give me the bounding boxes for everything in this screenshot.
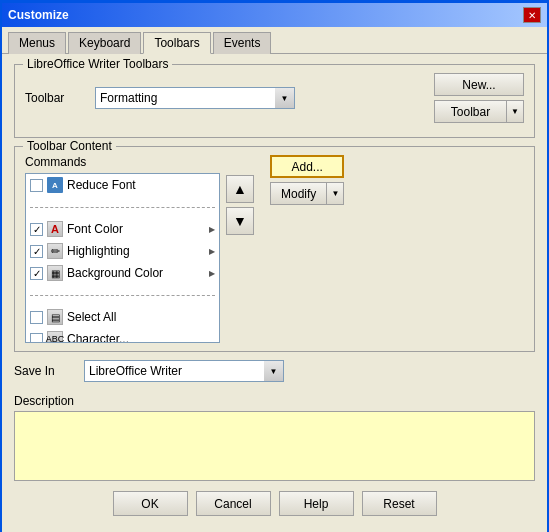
title-bar-buttons: ✕ — [523, 7, 541, 23]
move-down-button[interactable]: ▼ — [226, 207, 254, 235]
window-title: Customize — [8, 8, 69, 22]
cmd-character[interactable]: ABC Character... — [26, 328, 219, 343]
toolbar-content-label: Toolbar Content — [23, 139, 116, 153]
modify-button[interactable]: Modify — [270, 182, 326, 205]
cancel-button[interactable]: Cancel — [196, 491, 271, 516]
cmd-separator-1 — [26, 196, 219, 218]
cmd-background-color-arrow-icon: ▶ — [209, 269, 215, 278]
modify-button-group: Modify ▼ — [270, 182, 344, 205]
reset-button[interactable]: Reset — [362, 491, 437, 516]
tab-events[interactable]: Events — [213, 32, 272, 54]
toolbars-group-label: LibreOffice Writer Toolbars — [23, 57, 172, 71]
main-content: LibreOffice Writer Toolbars Toolbar Form… — [2, 54, 547, 532]
cmd-select-all-label: Select All — [67, 310, 116, 324]
cmd-background-color-check[interactable] — [30, 267, 43, 280]
toolbar-label: Toolbar — [25, 91, 95, 105]
dialog-buttons: OK Cancel Help Reset — [14, 491, 535, 526]
tab-toolbars[interactable]: Toolbars — [143, 32, 210, 54]
cmd-font-color-check[interactable] — [30, 223, 43, 236]
cmd-highlighting-arrow-icon: ▶ — [209, 247, 215, 256]
cmd-highlighting-icon: ✏ — [47, 243, 63, 259]
help-button[interactable]: Help — [279, 491, 354, 516]
tab-menus[interactable]: Menus — [8, 32, 66, 54]
cmd-highlighting[interactable]: ✏ Highlighting ▶ — [26, 240, 219, 262]
title-bar: Customize ✕ — [2, 3, 547, 27]
reorder-buttons: ▲ ▼ — [226, 155, 254, 343]
cmd-character-label: Character... — [67, 332, 129, 343]
save-in-label: Save In — [14, 364, 84, 378]
command-action-buttons: Add... Modify ▼ — [270, 155, 344, 343]
toolbar-button-group: Toolbar ▼ — [434, 100, 524, 123]
description-section: Description — [14, 394, 535, 481]
cmd-font-color-arrow-icon: ▶ — [209, 225, 215, 234]
ok-button[interactable]: OK — [113, 491, 188, 516]
customize-dialog: Customize ✕ Menus Keyboard Toolbars Even… — [0, 0, 549, 532]
description-label: Description — [14, 394, 535, 408]
save-in-select[interactable]: LibreOffice Writer — [84, 360, 284, 382]
cmd-background-color[interactable]: ▦ Background Color ▶ — [26, 262, 219, 284]
cmd-character-check[interactable] — [30, 333, 43, 344]
move-up-button[interactable]: ▲ — [226, 175, 254, 203]
cmd-highlighting-label: Highlighting — [67, 244, 130, 258]
cmd-separator-2 — [26, 284, 219, 306]
cmd-select-all[interactable]: ▤ Select All — [26, 306, 219, 328]
cmd-reduce-font-label: Reduce Font — [67, 178, 136, 192]
new-button[interactable]: New... — [434, 73, 524, 96]
commands-section: Commands A Reduce Font — [25, 155, 220, 343]
content-layout: Commands A Reduce Font — [25, 155, 524, 343]
cmd-highlighting-check[interactable] — [30, 245, 43, 258]
cmd-reduce-font[interactable]: A Reduce Font — [26, 174, 219, 196]
save-in-select-wrapper: LibreOffice Writer ▼ — [84, 360, 284, 382]
cmd-background-color-label: Background Color — [67, 266, 163, 280]
cmd-font-color-label: Font Color — [67, 222, 123, 236]
toolbar-select[interactable]: Formatting — [95, 87, 295, 109]
cmd-background-color-icon: ▦ — [47, 265, 63, 281]
toolbar-button[interactable]: Toolbar — [434, 100, 506, 123]
toolbar-button-arrow[interactable]: ▼ — [506, 100, 524, 123]
description-box — [14, 411, 535, 481]
commands-label: Commands — [25, 155, 220, 169]
save-in-row: Save In LibreOffice Writer ▼ — [14, 360, 535, 388]
cmd-font-color[interactable]: A Font Color ▶ — [26, 218, 219, 240]
close-button[interactable]: ✕ — [523, 7, 541, 23]
cmd-select-all-check[interactable] — [30, 311, 43, 324]
cmd-select-all-icon: ▤ — [47, 309, 63, 325]
commands-list[interactable]: A Reduce Font A Font Color ▶ — [25, 173, 220, 343]
toolbars-group: LibreOffice Writer Toolbars Toolbar Form… — [14, 64, 535, 138]
toolbar-content-group: Toolbar Content Commands A Reduce Font — [14, 146, 535, 352]
tab-bar: Menus Keyboard Toolbars Events — [2, 27, 547, 54]
cmd-font-color-icon: A — [47, 221, 63, 237]
add-button[interactable]: Add... — [270, 155, 344, 178]
toolbar-select-wrapper: Formatting ▼ — [95, 87, 295, 109]
toolbar-row: Toolbar Formatting ▼ New... Toolbar ▼ — [25, 73, 524, 123]
cmd-reduce-font-check[interactable] — [30, 179, 43, 192]
cmd-reduce-font-icon: A — [47, 177, 63, 193]
modify-button-arrow[interactable]: ▼ — [326, 182, 344, 205]
cmd-character-icon: ABC — [47, 331, 63, 343]
tab-keyboard[interactable]: Keyboard — [68, 32, 141, 54]
